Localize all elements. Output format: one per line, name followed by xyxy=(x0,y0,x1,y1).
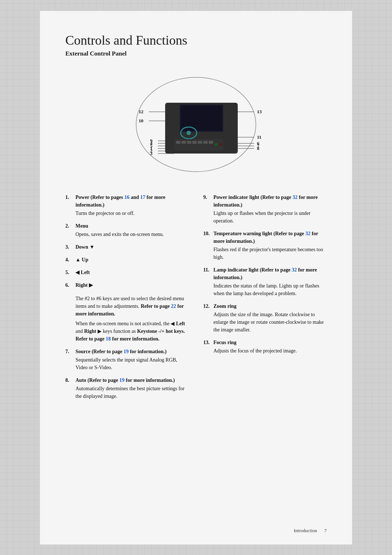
page-footer: Introduction 7 xyxy=(294,528,327,534)
item-content: Right ▶ xyxy=(75,281,189,289)
svg-text:12: 12 xyxy=(139,109,143,114)
link-32a[interactable]: 32 xyxy=(293,195,298,200)
item-content: Lamp indicator light (Refer to page 32 f… xyxy=(213,266,327,297)
item-number: 11. xyxy=(203,266,213,297)
list-item: The #2 to #6 keys are used to select the… xyxy=(65,294,189,343)
item-title: ◀ Left xyxy=(75,270,90,275)
list-item: 9. Power indicator light (Refer to page … xyxy=(203,193,327,225)
item-title: Source (Refer to page 19 for information… xyxy=(75,349,167,354)
item-desc: Turns the projector on or off. xyxy=(75,209,189,217)
item-number: 4. xyxy=(65,256,75,264)
item-number: 12. xyxy=(203,302,213,334)
diagram-svg: 12 10 9 4 5 1 2 3 13 xyxy=(73,68,319,181)
item-content: Zoom ring Adjusts the size of the image.… xyxy=(213,302,327,334)
list-item: 5. ◀ Left xyxy=(65,269,189,276)
page-subtitle: External Control Panel xyxy=(65,50,327,57)
list-item: 2. Menu Opens, saves and exits the on-sc… xyxy=(65,222,189,238)
item-title: ▲ Up xyxy=(75,257,88,262)
item-desc: Opens, saves and exits the on-screen men… xyxy=(75,230,189,238)
svg-rect-12 xyxy=(203,141,208,144)
item-title: Down ▼ xyxy=(75,244,94,250)
item-content: Auto (Refer to page 19 for more informat… xyxy=(75,376,189,400)
item-number: 6. xyxy=(65,281,75,289)
item-title: Menu xyxy=(75,223,88,229)
item-title: Power indicator light (Refer to page 32 … xyxy=(213,195,318,208)
item-content: Power indicator light (Refer to page 32 … xyxy=(213,193,327,225)
list-item: 3. Down ▼ xyxy=(65,243,189,251)
item-desc: Indicates the status of the lamp. Lights… xyxy=(213,282,327,297)
svg-rect-13 xyxy=(209,141,213,144)
col-right: 9. Power indicator light (Refer to page … xyxy=(203,193,327,405)
link-32b[interactable]: 32 xyxy=(305,231,310,236)
svg-rect-10 xyxy=(192,141,197,144)
list-item: 4. ▲ Up xyxy=(65,256,189,264)
link-22[interactable]: 22 xyxy=(171,303,176,309)
list-item: 13. Focus ring Adjusts the focus of the … xyxy=(203,339,327,355)
item-title: Temperature warning light (Refer to page… xyxy=(213,231,318,244)
item-number: 3. xyxy=(65,243,75,251)
svg-rect-8 xyxy=(181,141,186,144)
item-number: 1. xyxy=(65,193,75,217)
item-number: 8. xyxy=(65,376,75,400)
list-item: 6. Right ▶ xyxy=(65,281,189,289)
svg-point-15 xyxy=(219,143,222,146)
item-desc: Adjusts the size of the image. Rotate cl… xyxy=(213,311,327,334)
item-desc: Lights up or flashes when the projector … xyxy=(213,209,327,225)
item-title: Lamp indicator light (Refer to page 32 f… xyxy=(213,267,317,280)
svg-rect-11 xyxy=(198,141,202,144)
svg-text:11: 11 xyxy=(257,134,261,140)
col-left: 1. Power (Refer to pages 16 and 17 for m… xyxy=(65,193,189,405)
svg-text:13: 13 xyxy=(257,109,262,114)
svg-text:3: 3 xyxy=(150,151,153,156)
item-content: Down ▼ xyxy=(75,243,189,251)
item-number: 13. xyxy=(203,339,213,355)
svg-text:10: 10 xyxy=(139,118,143,123)
link-32c[interactable]: 32 xyxy=(292,267,297,273)
item-number: 7. xyxy=(65,348,75,371)
item-title: Power (Refer to pages 16 and 17 for more… xyxy=(75,195,166,208)
item-number: 9. xyxy=(203,193,213,225)
page-title: Controls and Functions xyxy=(65,33,327,48)
footer-section: Introduction xyxy=(294,528,317,534)
list-item: 10. Temperature warning light (Refer to … xyxy=(203,230,327,261)
item-number: 2. xyxy=(65,222,75,238)
svg-rect-7 xyxy=(176,141,180,144)
svg-text:8: 8 xyxy=(257,146,260,151)
list-item: 12. Zoom ring Adjusts the size of the im… xyxy=(203,302,327,334)
item-desc: Flashes red if the projector's temperatu… xyxy=(213,246,327,261)
item-desc: The #2 to #6 keys are used to select the… xyxy=(75,295,189,318)
svg-point-14 xyxy=(215,143,217,146)
list-item: 11. Lamp indicator light (Refer to page … xyxy=(203,266,327,297)
item-title: Focus ring xyxy=(213,340,236,345)
link-16[interactable]: 16 xyxy=(124,195,130,200)
item-number xyxy=(65,294,75,343)
item-content: Power (Refer to pages 16 and 17 for more… xyxy=(75,193,189,217)
item-content: Source (Refer to page 19 for information… xyxy=(75,348,189,371)
item-content: Temperature warning light (Refer to page… xyxy=(213,230,327,261)
item-title: Auto (Refer to page 19 for more informat… xyxy=(75,378,175,383)
link-17[interactable]: 17 xyxy=(140,195,145,200)
item-title: Right ▶ xyxy=(75,282,93,288)
link-19a[interactable]: 19 xyxy=(123,349,128,354)
item-number: 10. xyxy=(203,230,213,261)
item-extra: When the on-screen menu is not activated… xyxy=(75,320,189,343)
svg-point-5 xyxy=(187,131,191,135)
item-content: Menu Opens, saves and exits the on-scree… xyxy=(75,222,189,238)
list-item: 7. Source (Refer to page 19 for informat… xyxy=(65,348,189,371)
item-content: ◀ Left xyxy=(75,269,189,276)
diagram-area: 12 10 9 4 5 1 2 3 13 xyxy=(65,68,327,181)
item-desc: Adjusts the focus of the projected image… xyxy=(213,347,327,355)
item-content: ▲ Up xyxy=(75,256,189,264)
item-title: Zoom ring xyxy=(213,303,236,309)
item-content: The #2 to #6 keys are used to select the… xyxy=(75,294,189,343)
page: Controls and Functions External Control … xyxy=(40,11,352,544)
svg-rect-9 xyxy=(187,141,191,144)
link-19b[interactable]: 19 xyxy=(119,378,124,383)
footer-page-number: 7 xyxy=(324,528,327,534)
item-desc: Automatically determines the best pictur… xyxy=(75,385,189,400)
link-18[interactable]: 18 xyxy=(106,336,111,342)
list-item: 8. Auto (Refer to page 19 for more infor… xyxy=(65,376,189,400)
item-content: Focus ring Adjusts the focus of the proj… xyxy=(213,339,327,355)
content-columns: 1. Power (Refer to pages 16 and 17 for m… xyxy=(65,193,327,405)
item-desc: Sequentially selects the input signal An… xyxy=(75,356,189,371)
